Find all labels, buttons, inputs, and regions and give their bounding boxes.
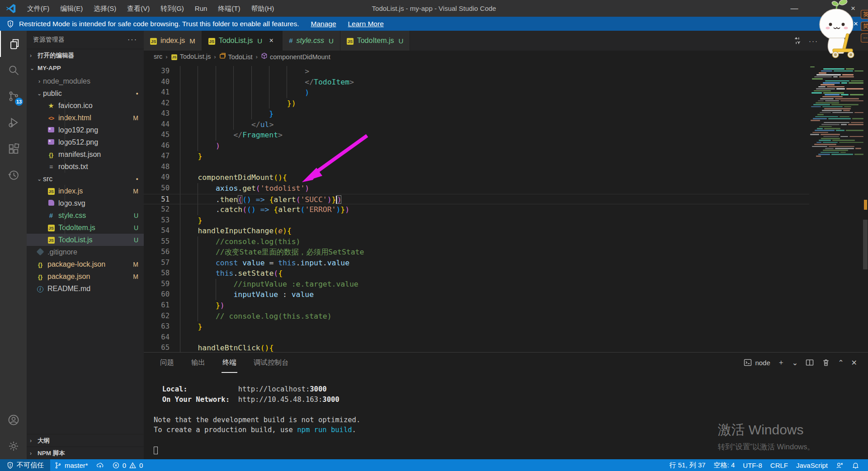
terminal-shell-selector[interactable]: node xyxy=(743,358,770,367)
menu-Run[interactable]: Run xyxy=(189,0,213,17)
code-line-56[interactable]: 56 //改变State里面的数据，必须用SetState xyxy=(144,247,809,258)
activity-explorer[interactable] xyxy=(0,31,27,57)
code-line-40[interactable]: 40 </TodoItem> xyxy=(144,77,809,88)
tree-item-package-lock.json[interactable]: {}package-lock.jsonM xyxy=(27,258,144,270)
code-line-50[interactable]: 50 axios.get('todolist') xyxy=(144,183,809,194)
code-line-64[interactable]: 64 xyxy=(144,332,809,343)
code-editor[interactable]: 39 >40 </TodoItem>41 )42 })43 }44 </ul>4… xyxy=(144,66,809,352)
tree-item-TodoList.js[interactable]: JSTodoList.jsU xyxy=(27,234,144,246)
panel-tab-输出[interactable]: 输出 xyxy=(190,356,206,369)
manage-link[interactable]: Manage xyxy=(311,20,336,28)
code-line-52[interactable]: 52 .catch(() => {alert('ERROR')}) xyxy=(144,204,809,215)
project-root[interactable]: ⌄ MY-APP xyxy=(27,61,144,74)
code-line-46[interactable]: 46 ) xyxy=(144,141,809,151)
tree-item-logo.svg[interactable]: logo.svg xyxy=(27,197,144,209)
menu-查看V[interactable]: 查看(V) xyxy=(122,0,155,17)
menu-终端T[interactable]: 终端(T) xyxy=(212,0,245,17)
tree-item-node_modules[interactable]: ›node_modules xyxy=(27,75,144,87)
tab-TodoItem.js[interactable]: JSTodoItem.jsU xyxy=(340,31,410,51)
learn-more-link[interactable]: Learn More xyxy=(348,20,384,28)
tree-item-package.json[interactable]: {}package.jsonM xyxy=(27,270,144,283)
git-branch-indicator[interactable]: master* xyxy=(50,459,92,471)
sidebar-more-icon[interactable]: ··· xyxy=(127,36,137,44)
code-line-54[interactable]: 54 handleInputChange(e){ xyxy=(144,226,809,236)
npm-scripts-section[interactable]: › NPM 脚本 xyxy=(27,447,144,459)
activity-settings[interactable] xyxy=(0,433,27,459)
tree-item-logo192.png[interactable]: logo192.png xyxy=(27,124,144,136)
tree-item-public[interactable]: ⌄public● xyxy=(27,87,144,99)
code-line-61[interactable]: 61 }) xyxy=(144,300,809,311)
tree-item-manifest.json[interactable]: {}manifest.json xyxy=(27,148,144,160)
activity-run-debug[interactable] xyxy=(0,109,27,136)
code-line-43[interactable]: 43 } xyxy=(144,108,809,119)
panel-tab-问题[interactable]: 问题 xyxy=(159,356,175,369)
notifications-button[interactable] xyxy=(848,459,863,471)
new-terminal-icon[interactable]: ＋ xyxy=(778,358,785,367)
tree-item-README.md[interactable]: iREADME.md xyxy=(27,283,144,295)
breadcrumb-TodoList.js[interactable]: JSTodoList.js xyxy=(171,53,211,61)
tree-item-favicon.ico[interactable]: ★favicon.ico xyxy=(27,99,144,112)
code-line-55[interactable]: 55 //console.log(this) xyxy=(144,236,809,247)
breadcrumb-componentDidMount[interactable]: componentDidMount xyxy=(261,52,330,61)
menu-帮助H[interactable]: 帮助(H) xyxy=(246,0,280,17)
menu-转到G[interactable]: 转到(G) xyxy=(155,0,189,17)
code-line-60[interactable]: 60 inputValue : value xyxy=(144,289,809,300)
banner-close-icon[interactable]: × xyxy=(854,19,858,28)
tab-index.js[interactable]: JSindex.jsM xyxy=(144,31,202,51)
encoding-setting[interactable]: UTF-8 xyxy=(739,459,766,471)
activity-account[interactable] xyxy=(0,407,27,433)
code-line-42[interactable]: 42 }) xyxy=(144,98,809,109)
workspace-trust-badge[interactable]: 不可信任 xyxy=(0,459,50,471)
tree-item-src[interactable]: ⌄src● xyxy=(27,173,144,185)
tree-item-.gitignore[interactable]: .gitignore xyxy=(27,246,144,258)
sync-changes-button[interactable] xyxy=(92,459,108,471)
terminal-output[interactable]: Local: http://localhost:3000 On Your Net… xyxy=(154,384,859,459)
tab-close-icon[interactable]: × xyxy=(267,37,276,45)
code-line-53[interactable]: 53 } xyxy=(144,215,809,226)
shell-dropdown-icon[interactable]: ⌄ xyxy=(792,358,798,367)
problems-indicator[interactable]: 0 0 xyxy=(108,459,147,471)
tree-item-logo512.png[interactable]: logo512.png xyxy=(27,136,144,148)
tab-TodoList.js[interactable]: JSTodoList.jsU× xyxy=(202,31,283,51)
activity-history[interactable] xyxy=(0,162,27,188)
code-line-47[interactable]: 47 } xyxy=(144,151,809,162)
code-line-48[interactable]: 48 xyxy=(144,162,809,173)
breadcrumb-src[interactable]: src xyxy=(154,53,162,60)
menu-编辑E[interactable]: 编辑(E) xyxy=(55,0,88,17)
activity-search[interactable] xyxy=(0,57,27,83)
maximize-panel-icon[interactable]: ⌃ xyxy=(838,358,844,367)
panel-tab-终端[interactable]: 终端 xyxy=(222,356,237,369)
split-editor-icon[interactable] xyxy=(793,36,802,46)
code-line-58[interactable]: 58 this.setState({ xyxy=(144,268,809,279)
menu-文件F[interactable]: 文件(F) xyxy=(22,0,55,17)
code-line-51[interactable]: 51 .then(() => {alert('SUCC')}) xyxy=(144,194,809,205)
code-line-57[interactable]: 57 const value = this.input.value xyxy=(144,258,809,268)
activity-source-control[interactable]: 13 xyxy=(0,83,27,109)
code-line-63[interactable]: 63 } xyxy=(144,321,809,332)
edge-plugin-button-简[interactable]: 简 xyxy=(861,22,868,31)
outline-section[interactable]: › 大纲 xyxy=(27,434,144,447)
kill-terminal-icon[interactable] xyxy=(821,358,830,367)
minimap[interactable] xyxy=(810,66,863,170)
tree-item-index.js[interactable]: JSindex.jsM xyxy=(27,185,144,197)
scrollbar-thumb[interactable] xyxy=(863,220,868,269)
code-line-44[interactable]: 44 </ul> xyxy=(144,119,809,130)
tree-item-index.html[interactable]: <>index.htmlM xyxy=(27,112,144,124)
editor-scrollbar[interactable] xyxy=(863,66,868,352)
tree-item-TodoItem.js[interactable]: JSTodoItem.jsU xyxy=(27,221,144,234)
cursor-position[interactable]: 行 51, 列 37 xyxy=(665,459,710,471)
tab-style.css[interactable]: #style.cssU xyxy=(283,31,340,51)
feedback-button[interactable] xyxy=(832,459,848,471)
code-line-62[interactable]: 62 // console.log(this.state) xyxy=(144,311,809,322)
minimize-button[interactable]: — xyxy=(784,0,805,17)
split-terminal-icon[interactable] xyxy=(805,358,814,367)
code-line-59[interactable]: 59 //inputValue :e.target.value xyxy=(144,279,809,290)
eol-setting[interactable]: CRLF xyxy=(766,459,792,471)
activity-extensions[interactable] xyxy=(0,136,27,162)
tree-item-style.css[interactable]: #style.cssU xyxy=(27,209,144,221)
menu-选择S[interactable]: 选择(S) xyxy=(88,0,122,17)
open-editors-section[interactable]: › 打开的编辑器 xyxy=(27,49,144,61)
edge-plugin-button-英[interactable]: 英 xyxy=(861,10,868,19)
more-actions-icon[interactable]: ··· xyxy=(809,37,818,45)
language-mode[interactable]: JavaScript xyxy=(792,459,832,471)
